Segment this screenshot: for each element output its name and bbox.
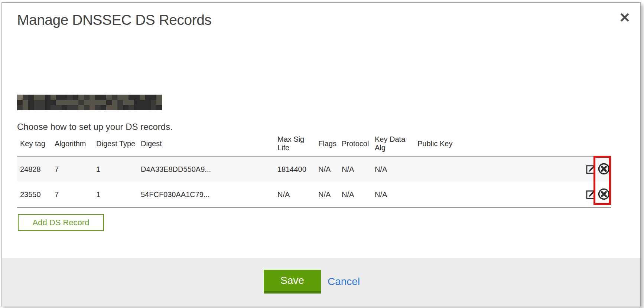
- column-header-digest: Digest: [138, 135, 274, 156]
- delete-record-button[interactable]: [598, 163, 610, 176]
- column-header-algorithm: Algorithm: [52, 135, 93, 156]
- cell-public-key: [414, 182, 567, 207]
- redacted-domain: [17, 95, 162, 110]
- cell-digest-type: 1: [93, 182, 138, 207]
- table-row: 23550 7 1 54FCF030AA1C79... N/A N/A N/A …: [17, 182, 611, 207]
- cell-protocol: N/A: [339, 182, 372, 207]
- cell-actions: [567, 156, 611, 182]
- column-header-protocol: Protocol: [339, 135, 372, 156]
- table-header-row: Key tag Algorithm Digest Type Digest Max…: [17, 135, 611, 156]
- instruction-text: Choose how to set up your DS records.: [17, 122, 173, 132]
- manage-dnssec-modal: Manage DNSSEC DS Records ✕ Choose how to…: [1, 2, 641, 307]
- column-header-public-key: Public Key: [414, 135, 567, 156]
- cell-algorithm: 7: [52, 182, 93, 207]
- cell-actions: [567, 182, 611, 207]
- column-header-key-data-alg: Key Data Alg: [372, 135, 414, 156]
- cell-algorithm: 7: [52, 156, 93, 182]
- cell-digest: D4A33E8DD550A9...: [138, 156, 274, 182]
- column-header-flags: Flags: [315, 135, 339, 156]
- close-icon[interactable]: ✕: [615, 8, 634, 27]
- circle-x-icon: [598, 188, 610, 201]
- cell-flags: N/A: [315, 182, 339, 207]
- cell-key-tag: 23550: [17, 182, 52, 207]
- cell-public-key: [414, 156, 567, 182]
- cell-key-data-alg: N/A: [372, 182, 414, 207]
- cell-key-data-alg: N/A: [372, 156, 414, 182]
- save-button[interactable]: Save: [264, 270, 321, 294]
- edit-icon: [585, 163, 597, 176]
- cell-max-sig-life: 1814400: [274, 156, 315, 182]
- modal-footer: Save Cancel: [2, 258, 640, 307]
- cancel-link[interactable]: Cancel: [328, 270, 360, 294]
- cell-protocol: N/A: [339, 156, 372, 182]
- column-header-actions: [567, 135, 611, 156]
- cell-flags: N/A: [315, 156, 339, 182]
- cell-max-sig-life: N/A: [274, 182, 315, 207]
- edit-record-button[interactable]: [585, 163, 597, 176]
- edit-record-button[interactable]: [585, 188, 597, 201]
- delete-record-button[interactable]: [598, 188, 610, 201]
- column-header-digest-type: Digest Type: [93, 135, 138, 156]
- cell-digest: 54FCF030AA1C79...: [138, 182, 274, 207]
- cell-digest-type: 1: [93, 156, 138, 182]
- column-header-key-tag: Key tag: [17, 135, 52, 156]
- cell-key-tag: 24828: [17, 156, 52, 182]
- column-header-max-sig-life: Max Sig Life: [274, 135, 315, 156]
- ds-records-table: Key tag Algorithm Digest Type Digest Max…: [17, 135, 611, 208]
- table-row: 24828 7 1 D4A33E8DD550A9... 1814400 N/A …: [17, 156, 611, 182]
- page-title: Manage DNSSEC DS Records: [17, 12, 211, 28]
- circle-x-icon: [598, 163, 610, 176]
- add-ds-record-button[interactable]: Add DS Record: [18, 214, 104, 231]
- edit-icon: [585, 188, 597, 201]
